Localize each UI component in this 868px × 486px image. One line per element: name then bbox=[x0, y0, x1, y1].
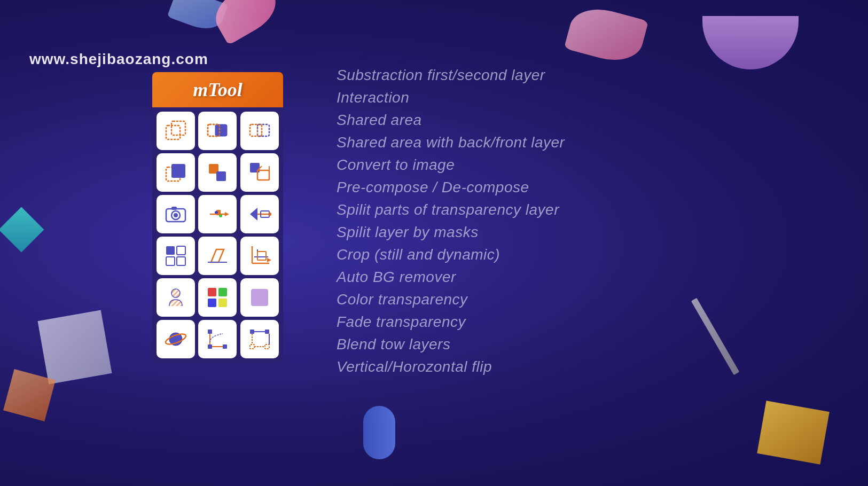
shared-area-button[interactable] bbox=[240, 112, 279, 150]
feature-item-f12: Fade transparency bbox=[337, 311, 565, 333]
svg-rect-1 bbox=[171, 121, 185, 135]
svg-rect-19 bbox=[171, 207, 177, 210]
grid-button[interactable] bbox=[157, 237, 195, 275]
feature-item-f4: Shared area with back/front layer bbox=[337, 131, 565, 154]
svg-rect-55 bbox=[265, 330, 269, 334]
feature-item-f2: Interaction bbox=[337, 87, 565, 109]
svg-rect-33 bbox=[177, 257, 185, 265]
purple-square-icon bbox=[248, 286, 271, 309]
svg-rect-5 bbox=[250, 124, 262, 136]
camera-icon bbox=[164, 202, 187, 226]
svg-rect-51 bbox=[208, 330, 212, 334]
svg-rect-54 bbox=[250, 330, 254, 334]
svg-marker-29 bbox=[269, 212, 271, 216]
interaction-button[interactable] bbox=[198, 112, 237, 150]
tool-grid bbox=[152, 107, 283, 363]
svg-rect-32 bbox=[166, 257, 175, 265]
subtract-first-layer-button[interactable] bbox=[157, 112, 195, 150]
mtool-logo: mTool bbox=[163, 79, 272, 101]
masked-figure-icon bbox=[164, 286, 187, 309]
distribute-icon bbox=[206, 202, 229, 226]
feature-item-f9: Crop (still and dynamic) bbox=[337, 244, 565, 266]
decompose-button[interactable] bbox=[240, 153, 279, 192]
dotted-path-icon bbox=[248, 327, 271, 351]
svg-rect-40 bbox=[257, 252, 266, 260]
svg-point-18 bbox=[174, 213, 178, 217]
svg-rect-48 bbox=[251, 289, 268, 306]
svg-rect-52 bbox=[208, 344, 212, 349]
fill-back-icon bbox=[164, 161, 187, 184]
feature-item-f11: Color transparency bbox=[337, 288, 565, 311]
svg-rect-56 bbox=[250, 344, 254, 349]
grid-icon bbox=[164, 244, 187, 268]
svg-rect-57 bbox=[265, 344, 269, 349]
feature-item-f7: Spilit parts of transparency layer bbox=[337, 199, 565, 221]
feature-item-f6: Pre-compose / De-compose bbox=[337, 176, 565, 199]
mtool-header: mTool bbox=[152, 72, 283, 107]
svg-marker-34 bbox=[211, 249, 224, 262]
camera-button[interactable] bbox=[157, 195, 195, 233]
feature-item-f5: Convert to image bbox=[337, 154, 565, 176]
align-button[interactable] bbox=[240, 195, 279, 233]
distribute-button[interactable] bbox=[198, 195, 237, 233]
parallelogram-button[interactable] bbox=[198, 237, 237, 275]
planet-button[interactable] bbox=[157, 320, 195, 358]
svg-rect-47 bbox=[218, 299, 227, 307]
feature-item-f13: Blend tow layers bbox=[337, 333, 565, 356]
svg-rect-45 bbox=[218, 288, 227, 296]
website-url: www.shejibaozang.com bbox=[29, 51, 208, 68]
crop-button[interactable] bbox=[240, 237, 279, 275]
svg-rect-31 bbox=[177, 246, 185, 255]
decompose-icon bbox=[248, 161, 271, 184]
svg-rect-53 bbox=[223, 344, 227, 349]
colorful-squares-icon bbox=[206, 286, 229, 309]
compose-button[interactable] bbox=[198, 153, 237, 192]
svg-rect-3 bbox=[215, 124, 227, 136]
svg-point-43 bbox=[171, 289, 180, 297]
masked-figure-button[interactable] bbox=[157, 278, 195, 317]
feature-item-f10: Auto BG remover bbox=[337, 266, 565, 288]
svg-rect-11 bbox=[216, 171, 226, 181]
svg-rect-6 bbox=[257, 124, 269, 136]
svg-rect-46 bbox=[208, 299, 216, 307]
svg-marker-25 bbox=[225, 212, 229, 216]
shared-area-icon bbox=[248, 119, 271, 143]
subtract-first-layer-icon bbox=[164, 119, 187, 143]
crop-icon bbox=[248, 244, 271, 268]
svg-rect-30 bbox=[166, 246, 175, 255]
align-icon bbox=[248, 202, 271, 226]
tool-panel: mTool bbox=[152, 72, 283, 363]
fill-back-button[interactable] bbox=[157, 153, 195, 192]
feature-list: Substraction first/second layerInteracti… bbox=[337, 64, 565, 378]
dotted-path-button[interactable] bbox=[240, 320, 279, 358]
purple-square-button[interactable] bbox=[240, 278, 279, 317]
colorful-squares-button[interactable] bbox=[198, 278, 237, 317]
feature-item-f1: Substraction first/second layer bbox=[337, 64, 565, 87]
planet-icon bbox=[164, 327, 187, 351]
svg-rect-9 bbox=[171, 164, 185, 178]
svg-rect-0 bbox=[166, 126, 180, 139]
logo-tool: Tool bbox=[208, 79, 243, 100]
svg-marker-41 bbox=[267, 258, 271, 262]
parallelogram-icon bbox=[206, 244, 229, 268]
svg-rect-44 bbox=[208, 288, 216, 296]
compose-icon bbox=[206, 161, 229, 184]
svg-marker-26 bbox=[250, 208, 257, 221]
interaction-icon bbox=[206, 119, 229, 143]
feature-item-f14: Vertical/Horozontal flip bbox=[337, 356, 565, 378]
logo-m: m bbox=[193, 79, 208, 100]
path-tool-button[interactable] bbox=[198, 320, 237, 358]
feature-item-f8: Spilit layer by masks bbox=[337, 221, 565, 244]
feature-item-f3: Shared area bbox=[337, 109, 565, 131]
path-tool-icon bbox=[206, 327, 229, 351]
